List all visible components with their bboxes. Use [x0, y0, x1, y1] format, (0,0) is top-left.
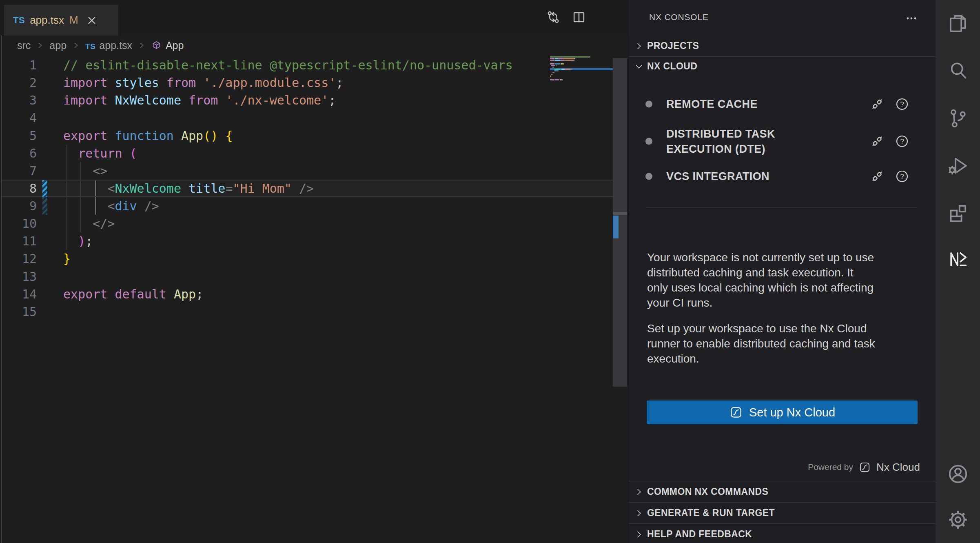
activity-files-icon[interactable] — [947, 12, 969, 35]
code-line-1[interactable]: 1// eslint-disable-next-line @typescript… — [2, 56, 627, 74]
chevron-down-icon — [634, 62, 644, 71]
line-number: 1 — [2, 58, 37, 72]
section-nx-cloud[interactable]: NX CLOUD — [629, 56, 936, 76]
code-line-14[interactable]: 14export default App; — [2, 285, 627, 303]
status-dot — [645, 101, 652, 108]
nx-cloud-icon — [858, 461, 871, 474]
code-line-11[interactable]: 11 ); — [2, 232, 627, 250]
breadcrumb: srcappTSapp.tsxApp — [17, 37, 184, 54]
split-editor-icon[interactable] — [571, 9, 587, 25]
breadcrumb-item-app-tsx[interactable]: TSapp.tsx — [85, 40, 132, 51]
powered-by: Powered by Nx Cloud — [808, 458, 920, 476]
connect-icon[interactable] — [870, 134, 885, 149]
compare-changes-icon[interactable] — [545, 9, 561, 25]
breadcrumb-item-src[interactable]: src — [17, 40, 31, 51]
code-line-8[interactable]: 8 <NxWelcome title="Hi Mom" /> — [2, 180, 627, 197]
code-text: // eslint-disable-next-line @typescript-… — [63, 58, 513, 72]
svg-text:?: ? — [900, 172, 904, 180]
activity-nx-logo-icon[interactable] — [947, 248, 969, 271]
code-text: <> — [63, 164, 107, 178]
code-line-3[interactable]: 3import NxWelcome from './nx-welcome'; — [2, 91, 627, 109]
feature-distributed-task: DISTRIBUTED TASK EXECUTION (DTE)? — [629, 126, 936, 156]
code-text: export function App() { — [63, 129, 233, 143]
chevron-right-icon — [72, 41, 80, 49]
tab-app-tsx[interactable]: TS app.tsx M — [4, 5, 118, 36]
help-icon[interactable]: ? — [895, 134, 909, 149]
code-line-13[interactable]: 13 — [2, 268, 627, 285]
breadcrumb-item-app[interactable]: App — [151, 40, 184, 51]
nx-cloud-icon — [729, 405, 743, 419]
status-dot — [645, 138, 652, 145]
section-label: HELP AND FEEDBACK — [647, 529, 752, 540]
line-number: 5 — [2, 129, 37, 143]
code-text: ); — [63, 234, 93, 248]
help-icon[interactable]: ? — [895, 97, 909, 111]
nx-cloud-brand-label: Nx Cloud — [876, 461, 920, 474]
activity-extensions-icon[interactable] — [947, 202, 969, 225]
line-number: 9 — [2, 199, 37, 213]
modified-badge: M — [69, 14, 78, 27]
code-line-15[interactable]: 15 — [2, 303, 627, 320]
setup-nx-cloud-button[interactable]: Set up Nx Cloud — [647, 401, 918, 424]
nx-console-panel: NX CONSOLE PROJECTS NX CLOUD REMOTE CACH… — [628, 0, 936, 543]
typescript-file-icon: TS — [13, 15, 25, 26]
divider — [647, 207, 918, 208]
code-line-5[interactable]: 5export function App() { — [2, 127, 627, 145]
line-number: 3 — [2, 93, 37, 107]
code-line-7[interactable]: 7 <> — [2, 162, 627, 180]
more-actions-icon[interactable] — [596, 9, 612, 25]
connect-icon[interactable] — [870, 169, 885, 184]
activity-settings-gear-icon[interactable] — [947, 508, 969, 531]
feature-label: DISTRIBUTED TASK EXECUTION (DTE) — [666, 127, 775, 156]
feature-vcs-integration: VCS INTEGRATION? — [629, 167, 936, 186]
line-number: 14 — [2, 287, 37, 301]
code-editor[interactable]: 1// eslint-disable-next-line @typescript… — [2, 56, 627, 320]
line-number: 10 — [2, 216, 37, 231]
code-line-10[interactable]: 10 </> — [2, 215, 627, 232]
section-generate-run-target[interactable]: GENERATE & RUN TARGET — [629, 502, 936, 523]
typescript-icon: TS — [85, 40, 95, 51]
code-line-2[interactable]: 2import styles from './app.module.css'; — [2, 74, 627, 91]
help-icon[interactable]: ? — [895, 169, 909, 184]
line-number: 12 — [2, 251, 37, 266]
activity-run-debug-icon[interactable] — [947, 154, 969, 177]
close-icon[interactable] — [86, 14, 98, 27]
section-label: COMMON NX COMMANDS — [647, 486, 768, 497]
powered-by-label: Powered by — [808, 462, 853, 472]
code-line-9[interactable]: 9 <div /> — [2, 197, 627, 215]
setup-hint-text: Set up your workspace to use the Nx Clou… — [647, 321, 925, 366]
panel-title: NX CONSOLE — [649, 12, 709, 22]
chevron-right-icon — [634, 487, 644, 497]
modified-lines-gutter-indicator-dim — [42, 197, 47, 215]
code-line-4[interactable]: 4 — [2, 109, 627, 127]
status-dot — [645, 173, 652, 180]
activity-search-icon[interactable] — [947, 59, 969, 82]
section-label: GENERATE & RUN TARGET — [647, 507, 775, 519]
section-label: NX CLOUD — [647, 61, 697, 72]
symbol-class-icon — [151, 40, 162, 51]
chevron-right-icon — [634, 530, 644, 539]
activity-account-icon[interactable] — [947, 463, 969, 485]
code-text: import NxWelcome from './nx-welcome'; — [63, 93, 336, 107]
feature-label: REMOTE CACHE — [666, 97, 758, 112]
minimap[interactable] — [550, 56, 614, 82]
chevron-right-icon — [36, 41, 44, 49]
line-number: 8 — [2, 181, 37, 196]
activity-source-control-icon[interactable] — [947, 107, 969, 130]
code-text: import styles from './app.module.css'; — [63, 76, 343, 90]
section-help-and-feedback[interactable]: HELP AND FEEDBACK — [629, 523, 936, 543]
section-common-nx-commands[interactable]: COMMON NX COMMANDS — [629, 481, 936, 502]
breadcrumb-item-app[interactable]: app — [49, 40, 67, 51]
section-projects[interactable]: PROJECTS — [629, 36, 936, 56]
code-line-12[interactable]: 12} — [2, 250, 627, 267]
vscode-window: TS app.tsx M srcappTSapp.tsxApp 1// esli… — [0, 0, 980, 543]
more-actions-icon[interactable] — [905, 11, 918, 25]
code-text: return ( — [63, 146, 137, 160]
code-line-6[interactable]: 6 return ( — [2, 145, 627, 162]
connect-icon[interactable] — [870, 97, 885, 111]
code-text: <NxWelcome title="Hi Mom" /> — [63, 181, 314, 196]
code-text: } — [63, 251, 71, 266]
code-text: <div /> — [63, 199, 159, 213]
chevron-right-icon — [634, 508, 644, 518]
setup-button-label: Set up Nx Cloud — [749, 406, 835, 419]
